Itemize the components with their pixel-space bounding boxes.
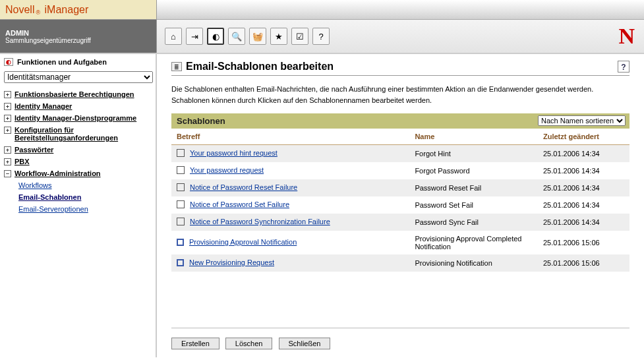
table-row: Notice of Password Set FailurePassword S… [171, 196, 629, 214]
tree-item-label[interactable]: PBX [15, 158, 30, 165]
intro-text: Die Schablonen enthalten Email-Nachricht… [171, 84, 629, 105]
toolbar-button-4[interactable]: 🧺 [249, 28, 266, 45]
sidebar-header: ◐ Funktionen und Aufgaben [0, 54, 156, 70]
expand-icon[interactable]: + [4, 158, 11, 165]
toolbar-button-3[interactable]: 🔍 [228, 28, 245, 45]
tasks-icon: ◐ [4, 58, 13, 66]
table-row: Provisioning Approval NotificationProvis… [171, 231, 629, 254]
template-changed: 25.01.2006 14:34 [538, 196, 629, 214]
table-row: Your password hint requestForgot Hint25.… [171, 145, 629, 163]
template-changed: 25.01.2006 14:34 [538, 179, 629, 196]
table-row: New Provisioning RequestProvisioning Not… [171, 254, 629, 272]
tree-item[interactable]: +Identity Manager [4, 100, 152, 112]
template-icon: ≣ [171, 62, 182, 71]
template-subject-link[interactable]: Provisioning Approval Notification [189, 238, 297, 246]
template-name: Password Sync Fail [409, 214, 538, 231]
context-select[interactable]: Identitätsmanager [4, 71, 153, 83]
brand-logo: Novell® iManager [0, 0, 157, 20]
brand-product: iManager [45, 4, 89, 16]
section-header: Schablonen Nach Namen sortieren [171, 113, 629, 129]
collapse-icon[interactable]: − [4, 170, 11, 177]
expand-icon[interactable]: + [4, 127, 11, 134]
delete-button[interactable]: Löschen [225, 338, 273, 349]
col-subject: Betreff [171, 129, 409, 145]
main-content: ≣ Email-Schablonen bearbeiten ? Die Scha… [157, 54, 644, 357]
template-name: Forgot Hint [409, 145, 538, 163]
tree-item[interactable]: +Funktionsbasierte Berechtigungen [4, 88, 152, 100]
help-button[interactable]: ? [618, 61, 629, 73]
tree-item-label[interactable]: Passwörter [15, 146, 53, 154]
tree-item-label[interactable]: Identity Manager [15, 102, 72, 110]
tree-item-label[interactable]: Funktionsbasierte Berechtigungen [15, 90, 134, 98]
tree-item[interactable]: +Konfiguration für Bereitstellungsanford… [4, 124, 152, 144]
topbar-gradient [157, 0, 644, 20]
col-name: Name [409, 129, 538, 145]
template-changed: 25.01.2006 15:06 [538, 231, 629, 254]
user-name: ADMIN [5, 29, 151, 37]
tree-subitem[interactable]: Workflows [18, 179, 152, 191]
create-button[interactable]: Erstellen [171, 338, 220, 349]
sort-select[interactable]: Nach Namen sortieren [538, 115, 626, 126]
sidebar: ◐ Funktionen und Aufgaben Identitätsmana… [0, 54, 157, 357]
page-title: Email-Schablonen bearbeiten [186, 61, 334, 73]
template-subject-link[interactable]: Notice of Password Synchronization Failu… [190, 218, 330, 225]
template-name: Provisioning Notification [409, 254, 538, 272]
tree-item[interactable]: +Passwörter [4, 144, 152, 156]
toolbar-button-2[interactable]: ◐ [207, 28, 224, 45]
row-checkbox[interactable] [177, 239, 184, 246]
expand-icon[interactable]: + [4, 146, 11, 154]
tree-item-label[interactable]: Konfiguration für Bereitstellungsanforde… [15, 126, 152, 142]
toolbar: ⌂⇥◐🔍🧺★☑? N [157, 20, 644, 53]
access-label: Sammlungseigentümerzugriff [5, 37, 151, 44]
toolbar-button-1[interactable]: ⇥ [186, 28, 203, 45]
action-bar: Erstellen Löschen Schließen [171, 328, 629, 349]
toolbar-button-0[interactable]: ⌂ [165, 28, 182, 45]
sidebar-title: Funktionen und Aufgaben [17, 58, 107, 66]
toolbar-button-5[interactable]: ★ [270, 28, 287, 45]
template-subject-link[interactable]: Your password request [190, 166, 264, 174]
tree-item-label[interactable]: Identity Manager-Dienstprogramme [15, 114, 136, 122]
table-row: Your password requestForgot Password25.0… [171, 162, 629, 179]
row-checkbox[interactable] [177, 200, 185, 208]
template-subject-link[interactable]: Notice of Password Set Failure [190, 200, 289, 208]
template-name: Password Reset Fail [409, 179, 538, 196]
col-changed: Zuletzt geändert [538, 129, 629, 145]
nav-tree: +Funktionsbasierte Berechtigungen+Identi… [0, 88, 156, 215]
template-name: Password Set Fail [409, 196, 538, 214]
tree-subitem[interactable]: Email-Serveroptionen [18, 203, 152, 215]
template-changed: 25.01.2006 15:06 [538, 254, 629, 272]
row-checkbox[interactable] [177, 218, 185, 225]
tree-item[interactable]: +PBX [4, 156, 152, 167]
section-title: Schablonen [177, 116, 225, 126]
row-checkbox[interactable] [177, 149, 185, 157]
brand-name: Novell [5, 4, 34, 16]
row-checkbox[interactable] [177, 259, 184, 266]
template-subject-link[interactable]: New Provisioning Request [189, 258, 274, 266]
toolbar-button-6[interactable]: ☑ [291, 28, 308, 45]
templates-table: Betreff Name Zuletzt geändert Your passw… [171, 129, 629, 272]
template-subject-link[interactable]: Notice of Password Reset Failure [190, 183, 297, 191]
brand-reg: ® [34, 9, 42, 16]
tree-item[interactable]: −Workflow-Administration [4, 167, 152, 179]
expand-icon[interactable]: + [4, 103, 11, 110]
tree-subitem[interactable]: Email-Schablonen [18, 191, 152, 203]
expand-icon[interactable]: + [4, 115, 11, 122]
template-changed: 25.01.2006 14:34 [538, 145, 629, 163]
toolbar-button-7[interactable]: ? [312, 28, 330, 45]
user-info: ADMIN Sammlungseigentümerzugriff [0, 20, 157, 53]
tree-item[interactable]: +Identity Manager-Dienstprogramme [4, 112, 152, 124]
row-checkbox[interactable] [177, 183, 185, 191]
template-changed: 25.01.2006 14:34 [538, 162, 629, 179]
template-changed: 25.01.2006 14:34 [538, 214, 629, 231]
template-name: Provisioning Approval Completed Notifica… [409, 231, 538, 254]
template-name: Forgot Password [409, 162, 538, 179]
table-row: Notice of Password Synchronization Failu… [171, 214, 629, 231]
novell-n-icon: N [618, 24, 635, 49]
template-subject-link[interactable]: Your password hint request [190, 149, 278, 157]
expand-icon[interactable]: + [4, 91, 11, 98]
close-button[interactable]: Schließen [279, 338, 331, 349]
row-checkbox[interactable] [177, 166, 185, 174]
table-row: Notice of Password Reset FailurePassword… [171, 179, 629, 196]
tree-item-label[interactable]: Workflow-Administration [15, 169, 101, 177]
